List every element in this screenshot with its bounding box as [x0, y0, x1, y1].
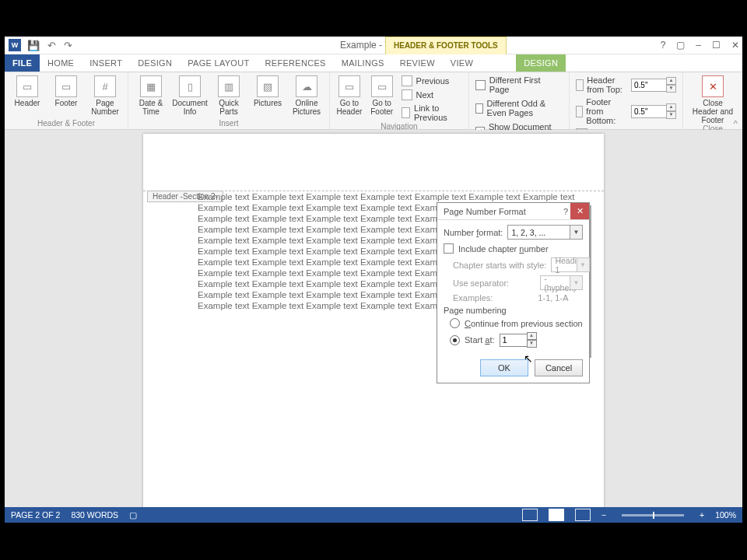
- footer-bottom-icon: [576, 106, 583, 117]
- footer-from-bottom-spinner[interactable]: ▲▼: [631, 103, 676, 119]
- read-mode-icon[interactable]: [522, 509, 538, 521]
- chevron-down-icon: ▼: [570, 226, 582, 239]
- close-header-footer-button[interactable]: ✕Close Header and Footer: [689, 75, 736, 124]
- separator-label: Use separator:: [453, 278, 509, 288]
- page-numbering-group-label: Page numbering: [444, 306, 583, 315]
- close-icon: ✕: [702, 75, 724, 97]
- contextual-tab-group: HEADER & FOOTER TOOLS: [385, 37, 507, 54]
- dialog-help-button[interactable]: ?: [563, 207, 568, 216]
- examples-value: 1-1, 1-A: [538, 293, 568, 303]
- header-icon: ▭: [16, 75, 38, 97]
- pictures-button[interactable]: ▧Pictures: [251, 75, 284, 107]
- goto-header-icon: ▭: [338, 75, 360, 97]
- previous-button[interactable]: Previous: [402, 75, 462, 86]
- cancel-button[interactable]: Cancel: [535, 359, 583, 376]
- maximize-button[interactable]: ☐: [712, 40, 721, 51]
- zoom-slider[interactable]: [622, 514, 684, 516]
- zoom-out-button[interactable]: −: [601, 510, 606, 520]
- ribbon-display-options-icon[interactable]: ▢: [676, 40, 685, 51]
- document-page[interactable]: Header -Section 2- Example text Example …: [143, 134, 604, 507]
- online-pictures-button[interactable]: ☁Online Pictures: [290, 75, 323, 116]
- dialog-title-text: Page Number Format: [444, 207, 526, 216]
- spinner-down-icon[interactable]: ▼: [527, 340, 537, 348]
- tab-view[interactable]: VIEW: [443, 54, 481, 72]
- goto-header-button[interactable]: ▭Go to Header: [336, 75, 363, 116]
- zoom-level[interactable]: 100%: [715, 510, 736, 520]
- next-icon: [402, 89, 412, 100]
- dialog-titlebar[interactable]: Page Number Format ? ✕: [437, 203, 589, 220]
- undo-icon[interactable]: ↶: [47, 40, 56, 51]
- tab-home[interactable]: HOME: [40, 54, 82, 72]
- group-insert: ▦Date & Time ▯Document Info ▥Quick Parts…: [128, 72, 330, 129]
- web-layout-icon[interactable]: [575, 509, 591, 521]
- next-button[interactable]: Next: [402, 89, 462, 100]
- quick-parts-button[interactable]: ▥Quick Parts: [212, 75, 245, 116]
- page-number-icon: #: [94, 75, 116, 97]
- header-top-icon: [576, 79, 584, 91]
- number-format-label: Number format:: [444, 228, 503, 237]
- spellcheck-icon[interactable]: ▢: [129, 510, 137, 520]
- collapse-ribbon-icon[interactable]: ^: [734, 119, 738, 128]
- group-options: Different First Page Different Odd & Eve…: [469, 72, 570, 129]
- document-info-button[interactable]: ▯Document Info: [174, 75, 206, 116]
- separator-select: - (hyphen)▼: [540, 275, 583, 290]
- word-app-icon: W: [9, 39, 21, 51]
- group-label: Insert: [135, 119, 323, 129]
- group-position: Header from Top: ▲▼ Footer from Bottom: …: [570, 72, 683, 129]
- tab-design[interactable]: DESIGN: [130, 54, 180, 72]
- status-bar: PAGE 2 OF 2 830 WORDS ▢ − + 100%: [5, 507, 742, 523]
- ribbon: ▭Header ▭Footer #Page Number Header & Fo…: [5, 72, 742, 130]
- previous-icon: [402, 75, 412, 86]
- chapter-style-select: Heading 1▼: [551, 257, 589, 272]
- quick-parts-icon: ▥: [218, 75, 240, 97]
- date-time-button[interactable]: ▦Date & Time: [135, 75, 167, 116]
- tab-mailings[interactable]: MAILINGS: [334, 54, 392, 72]
- help-button[interactable]: ?: [661, 40, 666, 51]
- link-to-previous-button[interactable]: Link to Previous: [402, 103, 462, 122]
- tab-references[interactable]: REFERENCES: [258, 54, 334, 72]
- redo-icon[interactable]: ↷: [64, 40, 72, 51]
- page-number-format-dialog: Page Number Format ? ✕ Number format: 1,…: [437, 202, 590, 383]
- header-from-top-spinner[interactable]: ▲▼: [631, 77, 676, 93]
- start-at-spinner[interactable]: ▲▼: [500, 332, 537, 348]
- tab-page-layout[interactable]: PAGE LAYOUT: [180, 54, 257, 72]
- goto-footer-icon: ▭: [371, 75, 393, 97]
- header-button[interactable]: ▭Header: [11, 75, 44, 107]
- close-window-button[interactable]: ✕: [731, 40, 739, 51]
- calendar-icon: ▦: [140, 75, 162, 97]
- different-odd-even-checkbox[interactable]: Different Odd & Even Pages: [475, 99, 563, 117]
- minimize-button[interactable]: –: [696, 40, 701, 51]
- chevron-down-icon: ▼: [570, 276, 582, 289]
- print-layout-icon[interactable]: [549, 509, 564, 521]
- chevron-down-icon: ▼: [577, 258, 589, 271]
- ok-button[interactable]: OK: [480, 359, 528, 376]
- pictures-icon: ▧: [257, 75, 279, 97]
- page-indicator[interactable]: PAGE 2 OF 2: [11, 510, 60, 520]
- tab-header-footer-design[interactable]: DESIGN: [516, 54, 566, 72]
- tab-insert[interactable]: INSERT: [82, 54, 130, 72]
- different-first-page-checkbox[interactable]: Different First Page: [475, 75, 563, 94]
- dialog-close-button[interactable]: ✕: [570, 203, 589, 219]
- online-pictures-icon: ☁: [296, 75, 317, 97]
- save-icon[interactable]: 💾: [27, 40, 40, 51]
- tab-review[interactable]: REVIEW: [392, 54, 443, 72]
- group-header-footer: ▭Header ▭Footer #Page Number Header & Fo…: [5, 72, 128, 129]
- examples-label: Examples:: [453, 293, 493, 303]
- goto-footer-button[interactable]: ▭Go to Footer: [369, 75, 395, 116]
- quick-access-toolbar: 💾 ↶ ↷: [27, 40, 72, 51]
- document-info-icon: ▯: [179, 75, 201, 97]
- chapter-style-label: Chapter starts with style:: [453, 261, 546, 270]
- footer-icon: ▭: [55, 75, 77, 97]
- group-navigation: ▭Go to Header ▭Go to Footer Previous Nex…: [330, 72, 469, 129]
- number-format-select[interactable]: 1, 2, 3, ...▼: [507, 225, 583, 240]
- continue-previous-radio[interactable]: Continue from previous section: [450, 318, 583, 328]
- word-count[interactable]: 830 WORDS: [71, 510, 118, 520]
- start-at-radio[interactable]: Start at: ▲▼: [450, 332, 583, 348]
- tab-file[interactable]: FILE: [5, 54, 40, 72]
- footer-from-bottom-label: Footer from Bottom:: [586, 97, 628, 125]
- footer-button[interactable]: ▭Footer: [50, 75, 82, 107]
- page-number-button[interactable]: #Page Number: [89, 75, 121, 116]
- zoom-in-button[interactable]: +: [700, 510, 704, 520]
- include-chapter-number-checkbox[interactable]: Include chapter number: [444, 243, 583, 254]
- spinner-up-icon[interactable]: ▲: [527, 332, 537, 340]
